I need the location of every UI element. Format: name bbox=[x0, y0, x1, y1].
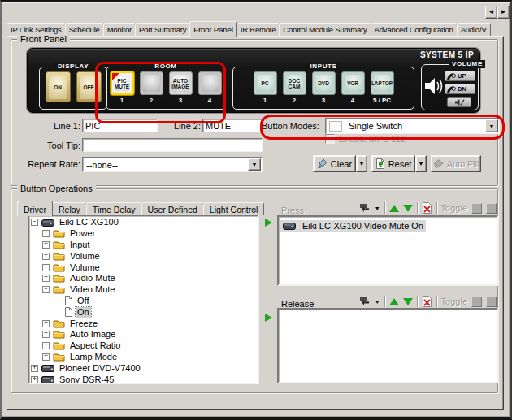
toggle-state-1[interactable] bbox=[471, 203, 482, 214]
repeat-rate-dropdown[interactable]: --none-- ▼ bbox=[82, 157, 263, 172]
expand-toggle[interactable]: + bbox=[42, 253, 50, 260]
volume-mute-button[interactable] bbox=[447, 97, 471, 107]
operations-tab-driver[interactable]: Driver bbox=[17, 201, 53, 216]
expand-toggle[interactable]: + bbox=[31, 376, 38, 383]
display-button-on[interactable]: ON bbox=[46, 71, 71, 102]
tree-item-freeze[interactable]: +Freeze bbox=[29, 318, 258, 329]
clear-options-arrow[interactable]: ▼ bbox=[356, 155, 367, 172]
expand-toggle[interactable]: + bbox=[42, 230, 50, 237]
tree-item-label: Off bbox=[76, 296, 90, 306]
clear-button[interactable]: Clear bbox=[313, 155, 356, 172]
tree-item-on[interactable]: On bbox=[29, 306, 258, 318]
tree-item-label: Pioneer DVD-V7400 bbox=[58, 363, 142, 374]
move-operation-icon[interactable] bbox=[358, 297, 371, 306]
tab-schedule[interactable]: Schedule bbox=[65, 23, 104, 37]
tab-front-panel[interactable]: Front Panel bbox=[189, 21, 236, 37]
expand-toggle[interactable]: + bbox=[42, 264, 50, 271]
button-number-label: 1 bbox=[120, 97, 124, 104]
display-button-off[interactable]: OFF bbox=[76, 71, 102, 102]
tab-ir-remote[interactable]: IR Remote bbox=[236, 23, 280, 37]
tab-audio-v[interactable]: Audio/V bbox=[457, 23, 491, 37]
tab-port-summary[interactable]: Port Summary bbox=[135, 23, 190, 37]
move-operation-icon[interactable] bbox=[358, 203, 371, 213]
delete-operation-icon[interactable] bbox=[422, 202, 432, 214]
tree-item-lamp-mode[interactable]: +Lamp Mode bbox=[29, 352, 258, 363]
toggle-state-2[interactable] bbox=[486, 203, 497, 214]
reset-options-arrow[interactable]: ▼ bbox=[415, 155, 427, 172]
operations-tab-light-control[interactable]: Light Control bbox=[203, 202, 265, 215]
tree-item-volume[interactable]: +Volume bbox=[29, 250, 258, 262]
tree-item-eiki-lc-xg100[interactable]: -Eiki LC-XG100 bbox=[29, 217, 258, 228]
operations-tab-relay[interactable]: Relay bbox=[52, 202, 87, 215]
tree-item-pioneer-dvd-v7400[interactable]: +Pioneer DVD-V7400 bbox=[29, 362, 258, 374]
tree-item-label: Input bbox=[68, 240, 91, 250]
tree-item-sony-dsr-45[interactable]: +Sony DSR-45 bbox=[29, 374, 258, 384]
input-button-2[interactable]: DOCCAM bbox=[283, 71, 306, 95]
line1-input[interactable] bbox=[82, 119, 158, 132]
tab-scroll-right-button[interactable]: ► bbox=[497, 6, 510, 19]
toggle-state-2[interactable] bbox=[486, 297, 497, 307]
tab-advanced-configuration[interactable]: Advanced Configuration bbox=[371, 23, 458, 37]
input-button-5 / PC[interactable]: LAPTOP bbox=[371, 71, 394, 95]
move-options-arrow[interactable]: ▼ bbox=[375, 206, 380, 211]
release-operations-list[interactable] bbox=[277, 308, 498, 383]
tree-item-audio-mute[interactable]: +Audio Mute bbox=[29, 273, 258, 284]
auto-fill-button[interactable]: Auto Fill bbox=[431, 155, 481, 172]
tree-item-volume[interactable]: +Volume bbox=[29, 262, 258, 273]
move-down-icon[interactable] bbox=[403, 205, 413, 212]
input-button-1[interactable]: PC bbox=[254, 71, 277, 95]
room-button-2[interactable] bbox=[140, 71, 163, 95]
expand-toggle[interactable]: + bbox=[42, 342, 50, 349]
expand-toggle[interactable]: + bbox=[42, 353, 50, 361]
tooltip-input[interactable] bbox=[82, 138, 263, 152]
room-button-4[interactable] bbox=[198, 71, 222, 95]
volume-up-button[interactable]: UP bbox=[445, 71, 475, 81]
button-modes-dropdown[interactable]: Single Switch ▼ bbox=[325, 118, 500, 134]
tree-item-aspect-ratio[interactable]: +Aspect Ratio bbox=[29, 340, 258, 352]
dropdown-arrow-icon[interactable]: ▼ bbox=[485, 119, 498, 132]
tab-control-module-summary[interactable]: Control Module Summary bbox=[279, 23, 371, 37]
expand-toggle[interactable]: + bbox=[42, 275, 50, 282]
page-icon bbox=[64, 296, 72, 305]
dropdown-arrow-icon[interactable]: ▼ bbox=[248, 158, 261, 171]
move-down-icon[interactable] bbox=[403, 298, 413, 305]
clear-icon bbox=[317, 158, 328, 169]
expand-toggle[interactable]: - bbox=[42, 286, 50, 293]
tree-item-power[interactable]: +Power bbox=[29, 228, 258, 240]
button-number-label: 2 bbox=[150, 97, 153, 104]
tree-item-auto-image[interactable]: +Auto Image bbox=[29, 329, 258, 340]
tree-item-off[interactable]: Off bbox=[29, 296, 258, 307]
delete-operation-icon[interactable] bbox=[422, 296, 432, 307]
tree-item-input[interactable]: +Input bbox=[29, 240, 258, 251]
tree-item-label: Lamp Mode bbox=[68, 352, 119, 362]
driver-tree[interactable]: -Eiki LC-XG100+Power+Input+Volume+Volume… bbox=[28, 214, 259, 384]
room-button-3[interactable]: AUTOIMAGE bbox=[169, 71, 193, 95]
tab-monitor[interactable]: Monitor bbox=[103, 23, 136, 37]
operations-tab-time-delay[interactable]: Time Delay bbox=[86, 202, 142, 215]
expand-toggle[interactable]: + bbox=[42, 241, 50, 249]
toggle-state-1[interactable] bbox=[471, 297, 482, 307]
tab-scroll-left-button[interactable]: ◄ bbox=[485, 6, 497, 19]
input-button-3[interactable]: DVD bbox=[312, 71, 336, 95]
volume-down-button[interactable]: DN bbox=[445, 84, 475, 94]
expand-toggle[interactable]: + bbox=[42, 331, 50, 338]
folder-icon bbox=[53, 229, 65, 238]
line2-input[interactable] bbox=[202, 119, 263, 132]
expand-toggle[interactable]: + bbox=[31, 365, 38, 372]
move-options-arrow[interactable]: ▼ bbox=[375, 299, 380, 305]
operations-tab-user-defined[interactable]: User Defined bbox=[141, 202, 204, 215]
display-group-label: DISPLAY bbox=[54, 63, 92, 71]
enable-mps-checkbox[interactable] bbox=[325, 134, 335, 144]
input-button-4[interactable]: VCR bbox=[341, 71, 365, 95]
tree-item-video-mute[interactable]: -Video Mute bbox=[29, 284, 258, 296]
reset-button[interactable]: Reset bbox=[371, 155, 415, 172]
press-label: Press bbox=[281, 206, 304, 215]
room-button-1[interactable]: PICMUTE bbox=[111, 71, 134, 95]
expand-toggle[interactable]: - bbox=[31, 219, 38, 226]
move-up-icon[interactable] bbox=[389, 205, 399, 212]
move-up-icon[interactable] bbox=[389, 298, 399, 305]
mute-speaker-icon bbox=[454, 98, 465, 106]
expand-toggle[interactable]: + bbox=[42, 320, 50, 327]
press-operations-list[interactable]: Eiki LC-XG100 Video Mute On bbox=[277, 215, 498, 286]
operation-item[interactable]: Eiki LC-XG100 Video Mute On bbox=[280, 220, 426, 232]
